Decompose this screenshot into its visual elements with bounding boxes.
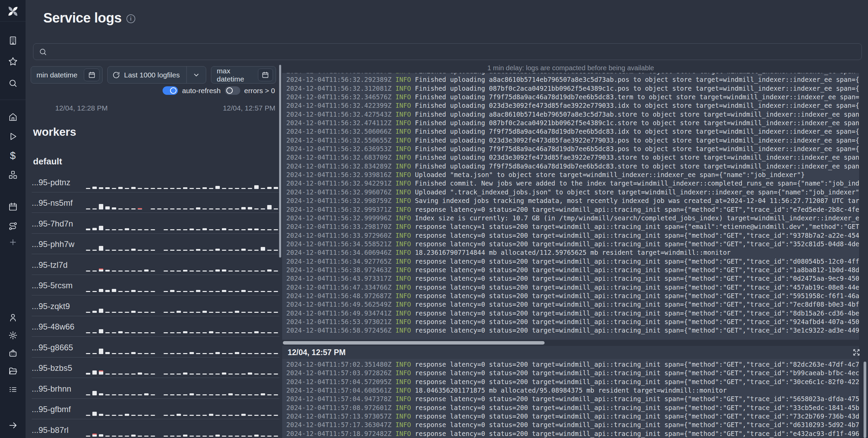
sparkline-bar <box>125 312 129 313</box>
sparkline-bar <box>202 187 207 189</box>
sparkline-bar <box>118 250 123 251</box>
folders-icon[interactable] <box>8 366 18 376</box>
user-icon[interactable] <box>8 313 17 322</box>
worker-row[interactable]: ...95-5rcsm <box>32 275 279 296</box>
sparkline-bar <box>209 353 213 354</box>
sparkline-bar <box>183 331 187 333</box>
sparkline-bar <box>131 435 136 437</box>
worker-name: ...95-gfbmf <box>32 405 86 419</box>
sparkline-bar <box>177 332 181 333</box>
worker-row[interactable]: ...95-48w66 <box>32 316 279 337</box>
sparkline-bar <box>125 271 129 272</box>
sparkline-bar <box>112 312 116 313</box>
collapse-arrow-icon[interactable] <box>8 421 18 430</box>
workspace-icon[interactable] <box>8 36 17 45</box>
log-line: 2024-12-04T11:57:04.572095Z INFO respons… <box>286 378 859 386</box>
runs-play-icon[interactable] <box>9 132 17 141</box>
info-icon[interactable]: i <box>126 14 135 23</box>
sparkline-bar <box>125 353 129 354</box>
sparkline-bar <box>92 187 97 189</box>
sparkline-bar <box>241 207 246 209</box>
home-icon[interactable] <box>8 113 17 122</box>
sparkline-bar <box>248 436 252 437</box>
vertical-scrollbar-thumb[interactable] <box>864 362 866 438</box>
routes-icon[interactable] <box>8 222 17 231</box>
sparkline-bar <box>118 415 123 416</box>
sparkline-bar <box>241 249 246 251</box>
sparkline-bar <box>157 208 162 209</box>
sparkline-bar <box>86 291 90 292</box>
log-line: 2024-12-04T11:56:33.972960Z INFO respons… <box>286 231 859 240</box>
sparkline-bar <box>267 332 272 333</box>
workers-robot-icon[interactable] <box>8 348 18 358</box>
logfiles-select[interactable]: Last 1000 logfiles <box>107 66 206 84</box>
sparkline-bar <box>170 229 174 230</box>
pane-divider-scrollbar[interactable] <box>279 65 281 258</box>
log-line: 2024-12-04T11:57:08.972601Z INFO respons… <box>286 404 859 412</box>
max-datetime-calendar-button[interactable] <box>258 69 273 81</box>
worker-row[interactable]: ...95-ns5mf <box>32 192 279 213</box>
sparkline-bar <box>248 207 252 209</box>
sparkline-bar <box>215 394 220 395</box>
search-nav-icon[interactable] <box>8 79 17 88</box>
windmill-logo-icon[interactable] <box>6 5 19 18</box>
schedules-calendar-icon[interactable] <box>8 202 17 211</box>
auto-refresh-label: auto-refresh <box>182 87 220 95</box>
sparkline-bar <box>228 353 233 354</box>
sparkline-bar <box>222 436 226 437</box>
auto-refresh-toggle[interactable] <box>163 86 178 95</box>
sparkline-bar <box>170 250 174 251</box>
worker-row[interactable]: ...95-7hd7n <box>32 213 279 234</box>
sparkline-bar <box>202 228 207 230</box>
worker-row[interactable]: ...95-phh7w <box>32 234 279 254</box>
resources-cubes-icon[interactable] <box>8 170 18 180</box>
sparkline-bar <box>183 187 187 189</box>
range-end: 12/04, 12:57 PM <box>223 104 275 112</box>
worker-name: ...95-tzl7d <box>32 260 86 275</box>
sparkline-bar <box>254 353 259 354</box>
sparkline-bar <box>151 312 155 313</box>
worker-row[interactable]: ...95-g8665 <box>32 337 279 357</box>
variables-dollar-icon[interactable]: $ <box>10 150 16 161</box>
settings-gear-icon[interactable] <box>8 331 17 340</box>
worker-name: ...95-b87rl <box>32 425 86 438</box>
sparkline-bar <box>228 374 233 375</box>
worker-row[interactable]: ...95-b87rl <box>32 419 279 438</box>
sparkline-bar <box>215 332 220 333</box>
sparkline-bar <box>151 250 155 251</box>
horizontal-scrollbar-thumb[interactable] <box>283 341 545 345</box>
min-datetime-calendar-button[interactable] <box>84 69 100 81</box>
favorites-star-icon[interactable] <box>8 57 18 66</box>
errors-toggle[interactable] <box>225 86 240 95</box>
log-line: 2024-12-04T11:57:02.351480Z INFO respons… <box>286 360 859 369</box>
sparkline-bar <box>274 353 278 354</box>
search-input[interactable] <box>51 48 862 56</box>
worker-row[interactable]: ...95-bzbs5 <box>32 357 279 378</box>
sparkline-bar <box>86 250 90 251</box>
add-plus-icon[interactable] <box>9 238 17 247</box>
sparkline-bar <box>177 436 181 437</box>
worker-row[interactable]: ...95-brhnn <box>32 378 279 399</box>
max-datetime-field[interactable]: max datetime <box>211 66 276 84</box>
worker-row[interactable]: ...95-gfbmf <box>32 399 279 420</box>
sparkline-bar <box>235 271 239 272</box>
sparkline-bar <box>177 188 181 189</box>
worker-row[interactable]: ...95-tzl7d <box>32 254 279 275</box>
sparkline-bar <box>183 250 187 251</box>
worker-row[interactable]: ...95-zqkt9 <box>32 295 279 316</box>
worker-row[interactable]: ...95-pdtnz <box>32 172 279 192</box>
sparkline-bar <box>209 394 213 395</box>
sparkline-bar <box>222 228 226 230</box>
sparkline-bar <box>131 311 136 313</box>
sparkline-bar <box>274 291 278 292</box>
chevron-down-icon[interactable] <box>187 71 206 79</box>
sparkline-bar <box>189 332 194 333</box>
sparkline-bar <box>131 187 136 189</box>
toggles-row: auto-refresh errors > 0 <box>166 86 275 95</box>
worker-name: ...95-zqkt9 <box>32 302 86 316</box>
sparkline-bar <box>202 311 207 313</box>
expand-icon[interactable] <box>852 348 861 357</box>
min-datetime-field[interactable]: min datetime <box>31 66 103 84</box>
sparkline-bar <box>177 374 181 375</box>
logs-list-icon[interactable] <box>8 385 17 394</box>
